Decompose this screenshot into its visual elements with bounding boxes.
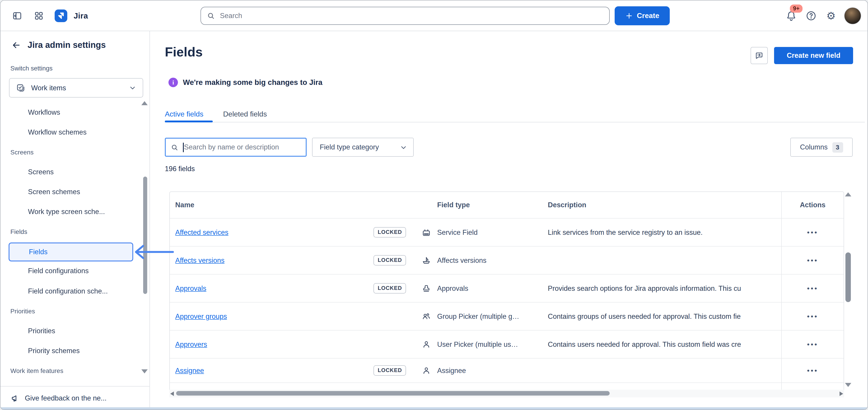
- sidebar-item-fields-selected[interactable]: Fields: [8, 243, 133, 261]
- sidebar-section-fields: Fields: [10, 227, 27, 236]
- sidebar-item-workflows[interactable]: Workflows: [0, 104, 136, 121]
- field-type-text: Affects versions: [437, 256, 486, 264]
- sidebar-section-work-item-features: Work item features: [10, 366, 63, 375]
- jira-logo-icon[interactable]: [55, 9, 67, 22]
- sidebar-item-work-type-screen-schemes[interactable]: Work type screen sche...: [0, 203, 136, 220]
- tab-deleted-fields[interactable]: Deleted fields: [223, 108, 267, 121]
- help-button[interactable]: [804, 9, 818, 23]
- sidebar-feedback-link[interactable]: Give feedback on the ne...: [0, 386, 150, 410]
- search-icon: [170, 143, 179, 152]
- comment-arrow-icon: [754, 51, 764, 61]
- sidebar-item-field-configurations[interactable]: Field configurations: [0, 263, 136, 279]
- admin-settings-sidebar: Jira admin settings Switch settings Work…: [0, 31, 150, 410]
- locked-badge: LOCKED: [374, 255, 406, 265]
- sidebar-scrollbar-thumb[interactable]: [143, 177, 147, 294]
- assignee-user-icon: [421, 366, 431, 375]
- scroll-left-icon[interactable]: [170, 391, 174, 396]
- field-type-text: Approvals: [437, 284, 468, 292]
- row-actions-button[interactable]: •••: [807, 341, 818, 348]
- global-create-label: Create: [637, 12, 659, 20]
- table-row: Approvals LOCKED Approvals Provides sear…: [170, 274, 844, 302]
- row-actions-button[interactable]: •••: [807, 284, 818, 292]
- window-bottom-edge: [0, 407, 868, 410]
- fields-filter-input[interactable]: [184, 143, 297, 151]
- settings-type-value: Work items: [31, 84, 123, 92]
- sidebar-item-screen-schemes[interactable]: Screen schemes: [0, 184, 136, 200]
- gear-icon: ⚙: [826, 10, 836, 21]
- switch-settings-label: Switch settings: [10, 65, 53, 72]
- sailboat-versions-icon: [421, 255, 431, 265]
- column-header-actions: Actions: [781, 192, 844, 218]
- page-title: Fields: [165, 45, 203, 60]
- scroll-right-icon[interactable]: [840, 391, 843, 396]
- column-header-field-type[interactable]: Field type: [409, 192, 548, 218]
- locked-badge: LOCKED: [374, 283, 406, 293]
- changes-banner-text: We're making some big changes to Jira: [183, 78, 322, 87]
- sidebar-item-priorities[interactable]: Priorities: [0, 323, 136, 339]
- horizontal-scrollbar-thumb[interactable]: [176, 391, 610, 396]
- column-header-description[interactable]: Description: [548, 192, 781, 218]
- field-type-text: Assignee: [437, 367, 466, 375]
- table-row: Affected services LOCKED Service Field L…: [170, 218, 844, 246]
- row-actions-button[interactable]: •••: [807, 312, 818, 320]
- tab-active-fields[interactable]: Active fields: [165, 108, 204, 121]
- sidebar-title: Jira admin settings: [28, 40, 106, 50]
- field-type-text: User Picker (multiple users): [437, 340, 519, 348]
- locked-badge: LOCKED: [374, 365, 406, 376]
- columns-button[interactable]: Columns 3: [790, 138, 852, 157]
- global-create-button[interactable]: Create: [615, 6, 670, 25]
- approval-stamp-icon: [421, 283, 431, 293]
- field-description: Contains groups of users needed for appr…: [548, 303, 781, 330]
- main-content: Fields Create new field i We're making s…: [150, 31, 868, 410]
- back-button[interactable]: [8, 37, 24, 53]
- row-actions-button[interactable]: •••: [807, 228, 818, 236]
- sidebar-item-priority-schemes[interactable]: Priority schemes: [0, 343, 136, 359]
- sidebar-scroll-up-icon[interactable]: [142, 101, 148, 105]
- field-link[interactable]: Approvals: [175, 284, 207, 292]
- field-link[interactable]: Affected services: [175, 228, 228, 236]
- field-type-category-label: Field type category: [320, 143, 379, 151]
- row-actions-button[interactable]: •••: [807, 256, 818, 264]
- user-picker-icon: [421, 339, 431, 349]
- create-new-field-button[interactable]: Create new field: [774, 47, 853, 64]
- field-link[interactable]: Assignee: [175, 367, 204, 375]
- scroll-up-icon[interactable]: [845, 192, 851, 196]
- sidebar-item-screens[interactable]: Screens: [0, 164, 136, 180]
- page-feedback-button[interactable]: [751, 47, 768, 64]
- jira-window: Jira Create: [0, 0, 868, 410]
- sidebar-scroll-down-icon[interactable]: [142, 369, 148, 373]
- column-header-name[interactable]: Name: [170, 192, 409, 218]
- field-link[interactable]: Affects versions: [175, 256, 224, 264]
- changes-banner: i We're making some big changes to Jira: [168, 78, 322, 87]
- table-row: Approver groups Group Picker (multiple g…: [170, 302, 844, 330]
- field-type-text: Group Picker (multiple groups): [437, 312, 519, 320]
- collapse-sidebar-button[interactable]: [8, 7, 26, 24]
- topbar-left-cluster: Jira: [8, 0, 88, 31]
- table-row: Affects versions LOCKED Affects versions…: [170, 246, 844, 274]
- global-search[interactable]: [200, 7, 610, 25]
- global-search-input[interactable]: [220, 12, 581, 20]
- sidebar-item-field-configuration-schemes[interactable]: Field configuration sche...: [0, 283, 136, 299]
- sidebar-item-workflow-schemes[interactable]: Workflow schemes: [0, 124, 136, 140]
- field-link[interactable]: Approvers: [175, 340, 207, 348]
- vertical-scrollbar-thumb[interactable]: [845, 252, 851, 302]
- notifications-button[interactable]: 9+: [784, 9, 798, 23]
- scroll-down-icon[interactable]: [845, 383, 851, 387]
- field-description: Link services from the service registry …: [548, 219, 781, 246]
- app-switcher-button[interactable]: [30, 7, 48, 24]
- user-avatar[interactable]: [844, 7, 861, 24]
- table-header-row: Name Field type Description Actions: [170, 192, 844, 218]
- settings-type-dropdown[interactable]: Work items: [9, 78, 143, 98]
- table-vertical-scrollbar[interactable]: [845, 192, 851, 390]
- table-horizontal-scrollbar[interactable]: [169, 390, 844, 397]
- sidebar-section-screens: Screens: [10, 148, 34, 157]
- fields-filter-search[interactable]: [165, 138, 307, 157]
- settings-button[interactable]: ⚙: [824, 9, 838, 23]
- notification-count-badge: 9+: [790, 4, 803, 13]
- table-row: Approvers User Picker (multiple users) C…: [170, 330, 844, 358]
- field-type-text: Service Field: [437, 228, 477, 236]
- field-type-category-dropdown[interactable]: Field type category: [312, 138, 414, 157]
- field-link[interactable]: Approver groups: [175, 312, 227, 320]
- row-actions-button[interactable]: •••: [807, 367, 818, 374]
- work-items-icon: [16, 83, 26, 93]
